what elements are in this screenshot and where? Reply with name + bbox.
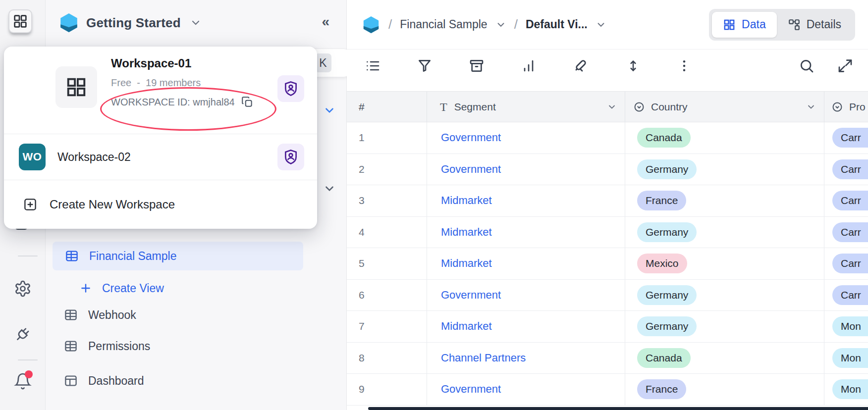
paint-roller-icon[interactable] [573,57,590,74]
country-cell[interactable]: France [625,374,824,405]
product-cell[interactable]: Carr [824,122,868,154]
country-cell[interactable]: Germany [625,217,824,248]
product-cell[interactable]: Carr [824,217,868,248]
row-number-cell[interactable]: 8 [347,343,427,374]
sidebar-item-create-view[interactable]: Create View [79,277,164,299]
product-cell[interactable]: Carr [824,280,868,311]
row-number-cell[interactable]: 9 [347,374,427,405]
segment-cell[interactable]: Government [427,122,625,154]
bar-chart-icon[interactable] [521,58,537,74]
segment-link[interactable]: Government [441,289,501,302]
cube-logo[interactable] [362,15,380,34]
product-cell[interactable]: Carr [824,154,868,185]
segment-cell[interactable]: Government [427,280,625,311]
search-icon[interactable] [799,58,814,74]
sidebar-item-permissions[interactable]: Permissions [63,335,150,357]
horizontal-scrollbar[interactable] [368,407,868,410]
chevron-down-icon[interactable] [806,102,816,112]
breadcrumb-table[interactable]: Financial Sample [400,18,487,31]
segment-cell[interactable]: Channel Partners [427,343,625,374]
table-row[interactable]: 9GovernmentFranceMon [347,374,868,406]
row-height-icon[interactable] [626,58,641,73]
workspace-header[interactable]: Getting Started [58,12,202,34]
table-row[interactable]: 6GovernmentGermanyCarr [347,280,868,311]
column-header-product[interactable]: Pro [824,92,868,122]
admin-shield-badge[interactable] [277,144,304,170]
segment-link[interactable]: Government [441,383,501,396]
segment-cell[interactable]: Midmarket [427,185,625,216]
table-row[interactable]: 5MidmarketMexicoCarr [347,248,868,280]
sidebar-item-dashboard[interactable]: Dashboard [63,370,144,392]
segment-link[interactable]: Government [441,163,501,176]
row-number-cell[interactable]: 3 [347,185,427,216]
workspace-01-avatar [55,66,97,108]
segment-cell[interactable]: Midmarket [427,311,625,342]
plug-icon[interactable] [13,324,33,344]
tab-data[interactable]: Data [712,12,777,38]
segment-link[interactable]: Midmarket [441,226,492,239]
product-cell[interactable]: Carr [824,185,868,216]
workspace-02-row[interactable]: WO Workspace-02 [4,134,317,180]
segment-cell[interactable]: Government [427,154,625,185]
kebab-menu-icon[interactable] [677,58,692,73]
row-number-cell[interactable]: 4 [347,217,427,248]
column-header-segment[interactable]: T Segment [427,92,625,122]
product-cell[interactable]: Mon [824,311,868,342]
segment-cell[interactable]: Government [427,374,625,405]
filter-funnel-icon[interactable] [417,58,433,74]
chevron-down-icon[interactable] [607,102,617,112]
table-row[interactable]: 2GovernmentGermanyCarr [347,154,868,186]
row-list-icon[interactable] [365,58,380,74]
table-row[interactable]: 7MidmarketGermanyMon [347,311,868,343]
product-cell[interactable]: Carr [824,248,868,279]
segment-link[interactable]: Channel Partners [441,352,526,364]
product-cell[interactable]: Mon [824,374,868,405]
country-cell[interactable]: France [625,185,824,216]
chevron-down-icon[interactable] [596,19,606,30]
row-number-cell[interactable]: 6 [347,280,427,311]
country-cell[interactable]: Canada [625,343,824,374]
sidebar-item-webhook[interactable]: Webhook [63,304,136,326]
row-number-cell[interactable]: 2 [347,154,427,185]
table-row[interactable]: 3MidmarketFranceCarr [347,185,868,217]
country-cell[interactable]: Germany [625,280,824,311]
table-row[interactable]: 1GovernmentCanadaCarr [347,122,868,154]
section-chevron-down-icon[interactable] [323,182,335,194]
admin-shield-badge[interactable] [277,75,304,102]
expand-icon[interactable] [837,58,853,74]
row-number-cell[interactable]: 1 [347,122,427,154]
create-workspace-button[interactable]: Create New Workspace [4,180,317,229]
table-row[interactable]: 4MidmarketGermanyCarr [347,217,868,249]
section-chevron-down-icon[interactable] [323,104,335,116]
tab-details[interactable]: Details [777,12,852,38]
notification-bell-icon[interactable] [13,371,33,391]
row-number-cell[interactable]: 5 [347,248,427,279]
row-number-cell[interactable]: 7 [347,311,427,342]
segment-cell[interactable]: Midmarket [427,248,625,279]
sidebar-item-financial-sample[interactable]: Financial Sample [53,242,303,270]
breadcrumb-view[interactable]: Default Vi... [526,18,588,31]
collapse-sidebar-button[interactable]: « [322,14,329,30]
segment-link[interactable]: Government [441,131,501,144]
copy-icon[interactable] [241,96,254,108]
segment-link[interactable]: Midmarket [441,320,492,333]
country-cell[interactable]: Canada [625,122,824,154]
country-cell[interactable]: Mexico [625,248,824,279]
country-cell[interactable]: Germany [625,154,824,185]
table-row[interactable]: 8Channel PartnersCanadaMon [347,343,868,374]
workspace-switcher-button[interactable] [8,9,32,33]
chevron-down-icon[interactable] [495,19,506,30]
country-cell[interactable]: Germany [625,311,824,342]
product-cell[interactable]: Mon [824,343,868,374]
product-pill: Carr [832,128,868,148]
column-header-row-number[interactable]: # [347,92,427,122]
segment-link[interactable]: Midmarket [441,257,492,270]
grid-icon [65,76,88,99]
workspace-01-row[interactable]: Workspace-01 Free - 19 members WORKSPACE… [4,47,317,134]
settings-gear-icon[interactable] [13,279,33,299]
archive-box-icon[interactable] [469,58,485,74]
workspace-id-row[interactable]: WORKSPACE ID: wmjhal84 [111,92,254,112]
segment-cell[interactable]: Midmarket [427,217,625,248]
segment-link[interactable]: Midmarket [441,194,492,207]
column-header-country[interactable]: Country [625,92,824,122]
